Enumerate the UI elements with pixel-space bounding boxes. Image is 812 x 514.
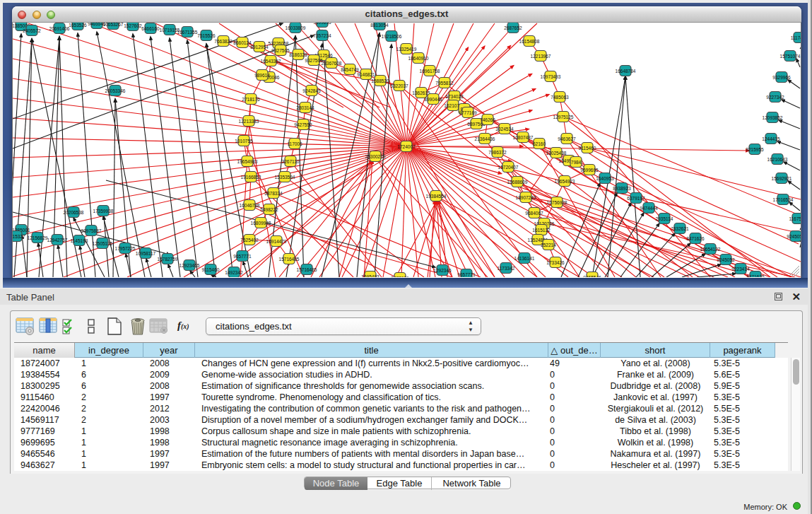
- svg-text:6734028: 6734028: [445, 94, 464, 99]
- svg-text:2718176: 2718176: [242, 97, 260, 102]
- svg-text:9657771: 9657771: [457, 272, 476, 277]
- svg-text:1588520: 1588520: [371, 78, 389, 83]
- svg-text:9327505: 9327505: [271, 48, 290, 53]
- svg-text:1640953: 1640953: [596, 176, 614, 181]
- svg-text:12213383: 12213383: [239, 119, 259, 124]
- svg-text:2405572: 2405572: [23, 28, 41, 33]
- svg-text:7515526: 7515526: [197, 33, 216, 38]
- svg-text:7986372: 7986372: [488, 150, 507, 155]
- svg-text:8990448: 8990448: [424, 97, 442, 102]
- svg-text:9327505: 9327505: [305, 58, 323, 63]
- svg-text:15716485: 15716485: [297, 267, 317, 272]
- svg-text:1244415: 1244415: [762, 136, 780, 141]
- svg-text:10688609: 10688609: [507, 180, 528, 185]
- svg-text:746266: 746266: [480, 117, 495, 122]
- svg-text:2803144: 2803144: [296, 105, 314, 110]
- svg-text:20206538: 20206538: [64, 210, 84, 215]
- svg-text:3024534: 3024534: [495, 127, 514, 132]
- svg-text:7485063: 7485063: [551, 95, 569, 100]
- svg-text:7955812: 7955812: [435, 81, 454, 86]
- svg-text:9245052: 9245052: [717, 257, 735, 262]
- svg-text:15716485: 15716485: [279, 257, 300, 262]
- svg-text:10653267: 10653267: [103, 23, 124, 27]
- svg-text:9699695: 9699695: [580, 168, 599, 173]
- svg-text:16154808: 16154808: [519, 39, 540, 44]
- svg-text:14136141: 14136141: [514, 256, 535, 261]
- svg-text:9463627: 9463627: [558, 136, 576, 141]
- svg-text:15353594: 15353594: [275, 175, 295, 180]
- svg-text:1145193: 1145193: [71, 238, 88, 243]
- svg-text:9684067: 9684067: [525, 211, 543, 216]
- svg-text:9657771: 9657771: [233, 254, 252, 259]
- svg-text:8186328: 8186328: [289, 52, 307, 57]
- svg-text:16648784: 16648784: [616, 69, 636, 74]
- svg-text:1492342: 1492342: [225, 270, 243, 275]
- svg-text:7663822: 7663822: [214, 39, 233, 44]
- svg-text:18907249: 18907249: [516, 195, 536, 200]
- svg-text:19384554: 19384554: [426, 194, 447, 199]
- svg-text:117006: 117006: [287, 141, 302, 146]
- svg-text:1117404: 1117404: [791, 35, 801, 40]
- svg-text:7984: 7984: [571, 160, 582, 165]
- svg-text:10756928: 10756928: [547, 200, 567, 205]
- svg-text:8472626: 8472626: [391, 276, 409, 278]
- svg-text:9465546: 9465546: [583, 275, 601, 278]
- svg-text:1527602: 1527602: [124, 23, 142, 28]
- svg-text:12213967: 12213967: [531, 54, 551, 59]
- svg-text:16671355: 16671355: [177, 30, 198, 35]
- svg-text:12093852: 12093852: [763, 115, 783, 120]
- svg-text:5498222: 5498222: [260, 207, 278, 212]
- svg-text:5878334: 5878334: [264, 191, 283, 196]
- svg-text:9146821: 9146821: [357, 72, 375, 77]
- svg-text:6379197: 6379197: [627, 196, 645, 201]
- svg-text:10654122: 10654122: [700, 247, 721, 252]
- svg-text:15692921: 15692921: [772, 176, 792, 181]
- svg-text:8813054: 8813054: [370, 23, 389, 28]
- svg-text:12156829: 12156829: [28, 235, 48, 240]
- svg-text:19654923: 19654923: [555, 179, 575, 184]
- svg-text:17016534: 17016534: [773, 197, 794, 202]
- svg-text:9227342: 9227342: [766, 95, 784, 100]
- svg-text:9242845: 9242845: [302, 88, 321, 93]
- svg-text:1733426: 1733426: [546, 260, 565, 265]
- svg-text:9329966: 9329966: [772, 75, 791, 80]
- svg-text:9474444: 9474444: [640, 206, 658, 211]
- svg-text:8912954: 8912954: [250, 45, 269, 49]
- svg-text:252214: 252214: [541, 243, 556, 247]
- svg-text:9115460: 9115460: [202, 267, 220, 272]
- svg-text:19218506: 19218506: [382, 34, 402, 39]
- svg-text:16210643: 16210643: [767, 157, 788, 162]
- svg-text:8471625: 8471625: [746, 274, 765, 278]
- svg-text:12975125: 12975125: [553, 115, 574, 119]
- svg-text:3267110: 3267110: [282, 159, 300, 164]
- svg-text:9223414: 9223414: [731, 267, 750, 271]
- svg-text:16782759: 16782759: [158, 257, 178, 262]
- svg-text:2687652: 2687652: [504, 25, 522, 30]
- svg-text:12923465: 12923465: [180, 263, 200, 268]
- svg-text:8471626: 8471626: [686, 236, 705, 241]
- svg-text:1173342: 1173342: [498, 266, 515, 271]
- svg-text:20053346: 20053346: [105, 88, 126, 93]
- svg-text:989614: 989614: [254, 73, 270, 78]
- svg-text:13325419: 13325419: [396, 47, 417, 52]
- svg-text:2935114: 2935114: [656, 216, 673, 221]
- svg-text:9427552: 9427552: [294, 122, 312, 127]
- svg-text:8938923: 8938923: [613, 186, 631, 191]
- svg-text:8660124: 8660124: [233, 40, 252, 45]
- svg-text:1653526: 1653526: [69, 23, 87, 28]
- svg-text:20691406: 20691406: [49, 26, 70, 31]
- svg-text:15751074: 15751074: [780, 54, 801, 59]
- svg-text:8454749: 8454749: [341, 67, 359, 72]
- svg-text:1292346: 1292346: [433, 268, 452, 273]
- svg-text:9245052: 9245052: [787, 234, 801, 239]
- svg-text:18640910: 18640910: [408, 56, 429, 61]
- svg-text:28367608: 28367608: [322, 61, 342, 66]
- svg-text:12942757: 12942757: [47, 238, 68, 243]
- svg-text:25300273: 25300273: [365, 154, 386, 159]
- svg-text:9115460: 9115460: [579, 146, 596, 151]
- svg-text:21364436: 21364436: [475, 136, 495, 141]
- svg-text:30975887: 30975887: [81, 228, 102, 233]
- svg-text:17957225: 17957225: [115, 246, 136, 251]
- svg-text:19654983: 19654983: [237, 159, 258, 164]
- svg-text:16809948: 16809948: [251, 221, 271, 226]
